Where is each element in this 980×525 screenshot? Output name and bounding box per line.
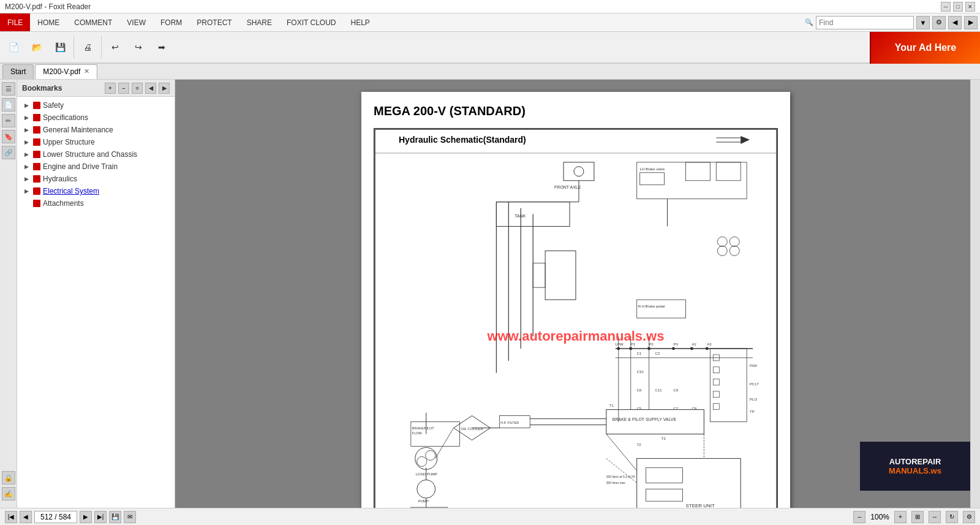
svg-rect-63: [533, 263, 545, 287]
svg-text:BRAKE/PILOT: BRAKE/PILOT: [412, 426, 435, 430]
title-text: M200-V.pdf - Foxit Reader: [5, 2, 91, 11]
bookmark-label: Electrical System: [43, 187, 99, 195]
pdf-title: MEGA 200-V (STANDARD): [374, 104, 778, 118]
fit-page-btn[interactable]: ⊞: [911, 511, 924, 523]
hand-tool-icon[interactable]: ☰: [2, 82, 15, 96]
bookmark-engine-drive-train[interactable]: ▶ Engine and Drive Train: [17, 161, 175, 173]
search-area: 🔍 ▼ ⚙ ◀ ▶: [805, 13, 980, 31]
share-page-btn[interactable]: ✉: [124, 511, 136, 523]
search-button[interactable]: ▼: [916, 16, 930, 29]
fit-width-btn[interactable]: ↔: [929, 511, 941, 523]
sign-icon[interactable]: ✍: [2, 487, 15, 500]
svg-text:200 liters at 5.3 of 24: 200 liters at 5.3 of 24: [606, 475, 635, 478]
last-page-btn[interactable]: ▶|: [94, 511, 107, 523]
autorepair-logo: AUTOREPAIR MANUALS.ws: [860, 442, 970, 491]
nav-back-btn[interactable]: ◀: [948, 16, 962, 29]
page-view-icon[interactable]: 📄: [2, 98, 15, 111]
sidebar-properties[interactable]: ≡: [132, 83, 143, 94]
svg-text:305 litres max: 305 litres max: [606, 481, 625, 485]
toolbar-undo[interactable]: ↩: [104, 33, 126, 61]
svg-rect-62: [545, 251, 576, 300]
toolbar-new[interactable]: 📄: [2, 33, 24, 61]
toolbar-open[interactable]: 📂: [26, 33, 48, 61]
expand-icon: ▶: [22, 126, 31, 134]
menu-file[interactable]: FILE: [0, 13, 30, 31]
save-page-btn[interactable]: 💾: [109, 511, 121, 523]
menu-protect[interactable]: PROTECT: [189, 13, 239, 31]
lock-icon[interactable]: 🔒: [2, 471, 15, 485]
tab-pdf[interactable]: M200-V.pdf ✕: [35, 64, 97, 79]
sidebar-new-bookmark[interactable]: +: [105, 83, 116, 94]
sidebar-controls[interactable]: + – ≡ ◀ ▶: [105, 83, 170, 94]
menu-home[interactable]: HOME: [30, 13, 67, 31]
menu-share[interactable]: SHARE: [239, 13, 279, 31]
bookmark-marker: [33, 114, 40, 121]
svg-text:P1: P1: [631, 342, 636, 346]
svg-rect-10: [640, 173, 665, 185]
bookmark-general-maintenance[interactable]: ▶ General Maintenance: [17, 124, 175, 136]
annotation-icon[interactable]: ✏: [2, 114, 15, 127]
toolbar-forward[interactable]: ➡: [151, 33, 173, 61]
rotate-btn[interactable]: ↻: [946, 511, 958, 523]
svg-text:LH Brake valve: LH Brake valve: [640, 167, 665, 171]
bookmark-label: Upper Structure: [43, 138, 95, 146]
svg-rect-73: [713, 404, 719, 410]
left-icon-strip: ☰ 📄 ✏ 🔖 🔗 🔒 ✍: [0, 80, 17, 508]
svg-text:C8: C8: [692, 407, 696, 410]
restore-btn[interactable]: □: [953, 2, 963, 12]
bookmark-specifications[interactable]: ▶ Specifications: [17, 111, 175, 124]
bookmark-safety[interactable]: ▶ Safety: [17, 99, 175, 111]
search-input[interactable]: [816, 16, 914, 29]
menu-foxit-cloud[interactable]: FOXIT CLOUD: [279, 13, 343, 31]
bookmark-icon[interactable]: 🔖: [2, 130, 15, 143]
svg-text:C7: C7: [674, 407, 679, 410]
svg-text:FLOW: FLOW: [412, 431, 423, 435]
bookmark-marker: [33, 126, 40, 134]
svg-rect-45: [646, 489, 683, 501]
ad-banner[interactable]: Your Ad Here: [870, 32, 980, 64]
svg-text:C11: C11: [655, 388, 663, 392]
new-icon: 📄: [7, 41, 20, 53]
menu-view[interactable]: VIEW: [119, 13, 153, 31]
search-settings[interactable]: ⚙: [932, 16, 946, 29]
tab-start[interactable]: Start: [2, 64, 34, 79]
sidebar-delete-bookmark[interactable]: –: [118, 83, 129, 94]
sidebar: Bookmarks + – ≡ ◀ ▶ ▶ Safety ▶ Specifica…: [17, 80, 175, 508]
bookmark-marker: [33, 175, 40, 183]
svg-point-101: [690, 347, 693, 350]
bookmark-marker: [33, 151, 40, 158]
svg-text:PAR: PAR: [750, 364, 758, 368]
menu-comment[interactable]: COMMENT: [67, 13, 119, 31]
svg-point-102: [706, 347, 709, 350]
bookmark-upper-structure[interactable]: ▶ Upper Structure: [17, 136, 175, 148]
bookmark-label: Attachments: [43, 199, 84, 208]
prev-page-btn[interactable]: ◀: [20, 511, 32, 523]
next-page-btn[interactable]: ▶: [80, 511, 92, 523]
bookmark-hydraulics[interactable]: ▶ Hydraulics: [17, 173, 175, 185]
close-btn[interactable]: ✕: [965, 2, 975, 12]
bookmark-attachments[interactable]: Attachments: [17, 197, 175, 210]
toolbar-redo[interactable]: ↪: [127, 33, 149, 61]
zoom-out-btn[interactable]: –: [853, 511, 865, 523]
svg-text:H.P. FILTER: H.P. FILTER: [500, 421, 519, 425]
page-input[interactable]: [34, 511, 77, 523]
link-icon[interactable]: 🔗: [2, 146, 15, 159]
sidebar-expand[interactable]: ▶: [159, 83, 170, 94]
nav-forward-btn[interactable]: ▶: [964, 16, 978, 29]
window-controls[interactable]: ─ □ ✕: [941, 2, 975, 12]
bookmark-lower-structure[interactable]: ▶ Lower Structure and Chassis: [17, 148, 175, 161]
svg-text:C10: C10: [637, 370, 644, 374]
minimize-btn[interactable]: ─: [941, 2, 951, 12]
toolbar-save[interactable]: 💾: [49, 33, 71, 61]
svg-text:P3: P3: [674, 342, 679, 346]
tab-close-icon[interactable]: ✕: [84, 67, 89, 75]
zoom-in-btn[interactable]: +: [894, 511, 907, 523]
menu-help[interactable]: HELP: [344, 13, 377, 31]
settings-btn[interactable]: ⚙: [963, 511, 975, 523]
first-page-btn[interactable]: |◀: [5, 511, 17, 523]
bookmark-electrical-system[interactable]: ▶ Electrical System: [17, 185, 175, 197]
toolbar-print[interactable]: 🖨: [77, 33, 99, 61]
bookmark-marker: [33, 163, 40, 170]
sidebar-close[interactable]: ◀: [145, 83, 156, 94]
menu-form[interactable]: FORM: [153, 13, 189, 31]
